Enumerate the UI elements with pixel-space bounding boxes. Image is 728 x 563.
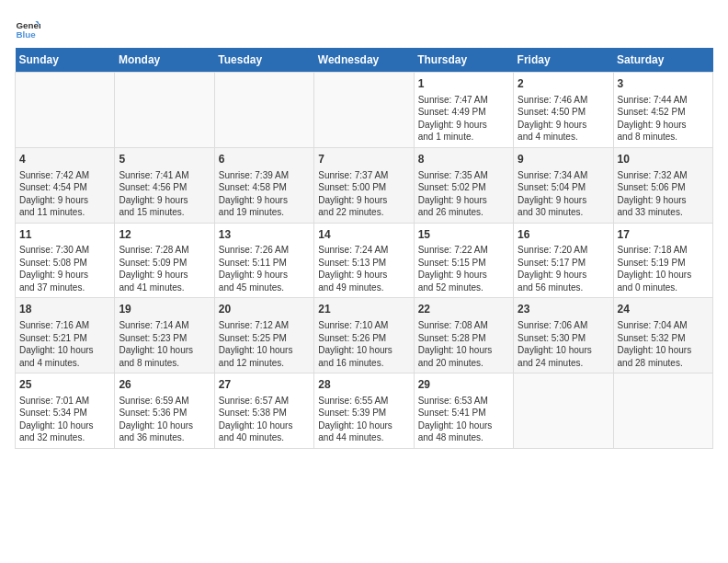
day-number: 28 [318, 377, 409, 393]
day-number: 22 [418, 302, 509, 317]
logo: General Blue [15, 15, 44, 40]
calendar-cell: 14Sunrise: 7:24 AM Sunset: 5:13 PM Dayli… [314, 223, 414, 298]
calendar-week-row: 18Sunrise: 7:16 AM Sunset: 5:21 PM Dayli… [16, 298, 713, 373]
day-number: 9 [518, 152, 609, 167]
day-info: Sunrise: 7:10 AM Sunset: 5:26 PM Dayligh… [318, 319, 409, 369]
calendar-cell: 22Sunrise: 7:08 AM Sunset: 5:28 PM Dayli… [414, 298, 513, 373]
day-number: 8 [418, 152, 509, 167]
calendar-cell [115, 73, 214, 148]
weekday-header-row: SundayMondayTuesdayWednesdayThursdayFrid… [16, 48, 713, 73]
day-info: Sunrise: 7:22 AM Sunset: 5:15 PM Dayligh… [418, 244, 509, 293]
day-info: Sunrise: 7:01 AM Sunset: 5:34 PM Dayligh… [19, 395, 110, 444]
calendar-cell: 21Sunrise: 7:10 AM Sunset: 5:26 PM Dayli… [314, 298, 414, 373]
calendar-cell: 18Sunrise: 7:16 AM Sunset: 5:21 PM Dayli… [16, 298, 115, 373]
day-info: Sunrise: 7:26 AM Sunset: 5:11 PM Dayligh… [219, 244, 310, 293]
weekday-header-thursday: Thursday [414, 48, 513, 73]
weekday-header-friday: Friday [514, 48, 613, 73]
day-info: Sunrise: 7:47 AM Sunset: 4:49 PM Dayligh… [418, 94, 509, 144]
calendar-table: SundayMondayTuesdayWednesdayThursdayFrid… [15, 48, 713, 449]
calendar-cell [314, 73, 414, 148]
day-number: 18 [19, 302, 110, 317]
calendar-cell [16, 73, 115, 148]
calendar-cell: 19Sunrise: 7:14 AM Sunset: 5:23 PM Dayli… [115, 298, 214, 373]
calendar-week-row: 4Sunrise: 7:42 AM Sunset: 4:54 PM Daylig… [16, 147, 713, 223]
calendar-header: SundayMondayTuesdayWednesdayThursdayFrid… [16, 48, 713, 73]
calendar-cell: 8Sunrise: 7:35 AM Sunset: 5:02 PM Daylig… [414, 147, 513, 223]
day-number: 17 [618, 227, 709, 243]
day-number: 26 [119, 377, 210, 393]
day-number: 13 [219, 227, 310, 243]
day-info: Sunrise: 7:32 AM Sunset: 5:06 PM Dayligh… [618, 169, 709, 219]
day-number: 20 [219, 302, 310, 317]
day-info: Sunrise: 6:59 AM Sunset: 5:36 PM Dayligh… [119, 395, 210, 444]
calendar-cell: 3Sunrise: 7:44 AM Sunset: 4:52 PM Daylig… [613, 73, 712, 148]
calendar-cell: 11Sunrise: 7:30 AM Sunset: 5:08 PM Dayli… [16, 223, 115, 298]
day-info: Sunrise: 7:28 AM Sunset: 5:09 PM Dayligh… [119, 244, 210, 293]
day-info: Sunrise: 7:39 AM Sunset: 4:58 PM Dayligh… [219, 169, 310, 219]
header: General Blue [15, 15, 713, 40]
day-number: 6 [219, 152, 310, 167]
day-number: 23 [518, 302, 609, 317]
calendar-cell: 17Sunrise: 7:18 AM Sunset: 5:19 PM Dayli… [613, 223, 712, 298]
day-info: Sunrise: 7:08 AM Sunset: 5:28 PM Dayligh… [418, 319, 509, 369]
calendar-cell: 26Sunrise: 6:59 AM Sunset: 5:36 PM Dayli… [115, 373, 214, 449]
calendar-cell [613, 373, 712, 449]
weekday-header-wednesday: Wednesday [314, 48, 414, 73]
day-info: Sunrise: 7:04 AM Sunset: 5:32 PM Dayligh… [618, 319, 709, 369]
day-info: Sunrise: 6:55 AM Sunset: 5:39 PM Dayligh… [318, 395, 409, 444]
calendar-cell: 13Sunrise: 7:26 AM Sunset: 5:11 PM Dayli… [214, 223, 313, 298]
day-number: 14 [318, 227, 409, 243]
day-info: Sunrise: 7:14 AM Sunset: 5:23 PM Dayligh… [119, 319, 210, 369]
day-info: Sunrise: 7:44 AM Sunset: 4:52 PM Dayligh… [618, 94, 709, 144]
calendar-cell: 2Sunrise: 7:46 AM Sunset: 4:50 PM Daylig… [514, 73, 613, 148]
calendar-cell: 28Sunrise: 6:55 AM Sunset: 5:39 PM Dayli… [314, 373, 414, 449]
day-number: 19 [119, 302, 210, 317]
day-number: 2 [518, 76, 609, 92]
day-info: Sunrise: 7:16 AM Sunset: 5:21 PM Dayligh… [19, 319, 110, 369]
day-info: Sunrise: 7:18 AM Sunset: 5:19 PM Dayligh… [618, 244, 709, 293]
day-info: Sunrise: 7:12 AM Sunset: 5:25 PM Dayligh… [219, 319, 310, 369]
calendar-cell: 24Sunrise: 7:04 AM Sunset: 5:32 PM Dayli… [613, 298, 712, 373]
calendar-cell: 16Sunrise: 7:20 AM Sunset: 5:17 PM Dayli… [514, 223, 613, 298]
day-number: 11 [19, 227, 110, 243]
weekday-header-monday: Monday [115, 48, 214, 73]
calendar-week-row: 1Sunrise: 7:47 AM Sunset: 4:49 PM Daylig… [16, 73, 713, 148]
day-info: Sunrise: 6:53 AM Sunset: 5:41 PM Dayligh… [418, 395, 509, 444]
calendar-cell: 6Sunrise: 7:39 AM Sunset: 4:58 PM Daylig… [214, 147, 313, 223]
day-number: 5 [119, 152, 210, 167]
day-info: Sunrise: 7:06 AM Sunset: 5:30 PM Dayligh… [518, 319, 609, 369]
day-number: 1 [418, 76, 509, 92]
weekday-header-sunday: Sunday [16, 48, 115, 73]
day-info: Sunrise: 6:57 AM Sunset: 5:38 PM Dayligh… [219, 395, 310, 444]
calendar-cell: 7Sunrise: 7:37 AM Sunset: 5:00 PM Daylig… [314, 147, 414, 223]
calendar-cell: 5Sunrise: 7:41 AM Sunset: 4:56 PM Daylig… [115, 147, 214, 223]
day-info: Sunrise: 7:41 AM Sunset: 4:56 PM Dayligh… [119, 169, 210, 219]
calendar-week-row: 25Sunrise: 7:01 AM Sunset: 5:34 PM Dayli… [16, 373, 713, 449]
calendar-week-row: 11Sunrise: 7:30 AM Sunset: 5:08 PM Dayli… [16, 223, 713, 298]
day-number: 12 [119, 227, 210, 243]
day-info: Sunrise: 7:42 AM Sunset: 4:54 PM Dayligh… [19, 169, 110, 219]
day-info: Sunrise: 7:34 AM Sunset: 5:04 PM Dayligh… [518, 169, 609, 219]
svg-text:Blue: Blue [16, 29, 36, 40]
weekday-header-tuesday: Tuesday [214, 48, 313, 73]
logo-icon: General Blue [15, 15, 40, 40]
calendar-cell: 29Sunrise: 6:53 AM Sunset: 5:41 PM Dayli… [414, 373, 513, 449]
day-info: Sunrise: 7:30 AM Sunset: 5:08 PM Dayligh… [19, 244, 110, 293]
day-info: Sunrise: 7:24 AM Sunset: 5:13 PM Dayligh… [318, 244, 409, 293]
day-number: 4 [19, 152, 110, 167]
day-number: 15 [418, 227, 509, 243]
day-info: Sunrise: 7:35 AM Sunset: 5:02 PM Dayligh… [418, 169, 509, 219]
day-number: 21 [318, 302, 409, 317]
calendar-cell: 25Sunrise: 7:01 AM Sunset: 5:34 PM Dayli… [16, 373, 115, 449]
day-number: 7 [318, 152, 409, 167]
calendar-cell: 20Sunrise: 7:12 AM Sunset: 5:25 PM Dayli… [214, 298, 313, 373]
calendar-body: 1Sunrise: 7:47 AM Sunset: 4:49 PM Daylig… [16, 73, 713, 449]
day-info: Sunrise: 7:46 AM Sunset: 4:50 PM Dayligh… [518, 94, 609, 144]
day-info: Sunrise: 7:20 AM Sunset: 5:17 PM Dayligh… [518, 244, 609, 293]
day-number: 3 [618, 76, 709, 92]
day-number: 24 [618, 302, 709, 317]
calendar-cell [214, 73, 313, 148]
day-number: 10 [618, 152, 709, 167]
day-number: 16 [518, 227, 609, 243]
calendar-cell: 12Sunrise: 7:28 AM Sunset: 5:09 PM Dayli… [115, 223, 214, 298]
